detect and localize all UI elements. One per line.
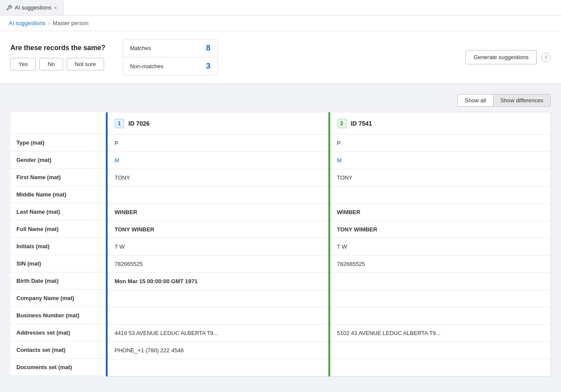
label-cell: Middle Name (mat) bbox=[10, 186, 105, 203]
matches-label: Matches bbox=[130, 45, 151, 51]
record1-cell: WINBER bbox=[108, 204, 328, 221]
matches-row: Matches 8 bbox=[123, 39, 217, 57]
label-column: Type (mat)Gender (mat)First Name (mat)Mi… bbox=[10, 112, 105, 376]
record2-cell bbox=[330, 273, 551, 290]
record2-cell: TONY bbox=[330, 169, 551, 187]
record2-cell bbox=[330, 359, 551, 376]
record1-id: ID 7026 bbox=[128, 120, 150, 127]
info-icon[interactable]: i bbox=[541, 53, 551, 62]
record2-cells: PMTONYWIMBERTONY WIMBERT W7826655255102 … bbox=[330, 135, 551, 376]
label-cell: SIN (mat) bbox=[10, 255, 105, 272]
record1-cell: 4419 53 AVENUE LEDUC ALBERTA T9... bbox=[108, 325, 328, 342]
question-text: Are these records the same? bbox=[10, 44, 105, 52]
tool-icon bbox=[6, 5, 12, 11]
show-differences-button[interactable]: Show differences bbox=[494, 94, 551, 107]
record1-badge: 1 bbox=[115, 119, 124, 128]
show-all-button[interactable]: Show all bbox=[457, 94, 493, 107]
label-cell: Addresses set (mat) bbox=[10, 324, 105, 341]
record1-cell: TONY WINBER bbox=[108, 221, 328, 238]
record1-header: 1 ID 7026 bbox=[108, 112, 328, 135]
record2-cell: P bbox=[330, 135, 551, 152]
record2-id: ID 7541 bbox=[351, 120, 372, 127]
record2-header: 2 ID 7541 bbox=[330, 112, 551, 135]
no-button[interactable]: No bbox=[39, 58, 63, 70]
record2-cell: M bbox=[330, 152, 551, 169]
record1-cell: Mon Mar 15 00:00:00 GMT 1971 bbox=[108, 273, 328, 290]
record2-cell: 782665525 bbox=[330, 256, 551, 273]
record1-cell: T W bbox=[108, 238, 328, 256]
label-cell: First Name (mat) bbox=[10, 169, 105, 186]
record2-cell bbox=[330, 307, 551, 325]
label-cell: Contacts set (mat) bbox=[10, 341, 105, 359]
label-cell: Company Name (mat) bbox=[10, 290, 105, 307]
nonmatches-label: Non-matches bbox=[130, 63, 163, 70]
record2-column: 2 ID 7541 PMTONYWIMBERTONY WIMBERT W7826… bbox=[328, 112, 551, 376]
toggle-bar: Show all Show differences bbox=[10, 94, 551, 107]
tab-ai-suggestions[interactable]: AI suggestions × bbox=[0, 0, 64, 15]
header-section: Are these records the same? Yes No Not s… bbox=[0, 31, 561, 84]
record2-cell bbox=[330, 290, 551, 307]
answer-buttons: Yes No Not sure bbox=[10, 58, 105, 70]
nonmatches-row: Non-matches 3 bbox=[123, 57, 217, 75]
record2-cell bbox=[330, 187, 551, 204]
record1-cell: TONY bbox=[108, 169, 328, 187]
comparison-table: Type (mat)Gender (mat)First Name (mat)Mi… bbox=[105, 112, 551, 377]
record1-cell bbox=[108, 290, 328, 307]
label-cell: Documents set (mat) bbox=[10, 359, 105, 376]
label-header bbox=[10, 112, 105, 134]
record2-cell bbox=[330, 342, 551, 359]
tab-label: AI suggestions bbox=[15, 4, 51, 11]
record2-cell: 5102 43 AVENUE LEDUC ALBERTA T9... bbox=[330, 325, 551, 342]
label-cell: Initials (mat) bbox=[10, 238, 105, 255]
record2-badge: 2 bbox=[337, 119, 347, 128]
question-block: Are these records the same? Yes No Not s… bbox=[10, 44, 105, 70]
tab-bar: AI suggestions × bbox=[0, 0, 561, 16]
generate-suggestions-button[interactable]: Generate suggestions bbox=[465, 50, 537, 64]
yes-button[interactable]: Yes bbox=[10, 58, 36, 70]
record1-cell bbox=[108, 187, 328, 204]
label-cell: Type (mat) bbox=[10, 134, 105, 152]
breadcrumb-separator: › bbox=[48, 20, 50, 26]
close-icon[interactable]: × bbox=[54, 5, 57, 10]
breadcrumb: AI suggestions › Master person bbox=[0, 16, 561, 31]
record1-cell: 782665525 bbox=[108, 256, 328, 273]
not-sure-button[interactable]: Not sure bbox=[67, 58, 104, 70]
stats-block: Matches 8 Non-matches 3 bbox=[123, 39, 218, 76]
label-cell: Last Name (mat) bbox=[10, 203, 105, 221]
data-columns: 1 ID 7026 PMTONYWINBERTONY WINBERT W7826… bbox=[105, 112, 551, 377]
record1-cell bbox=[108, 359, 328, 376]
label-cell: Business Number (mat) bbox=[10, 307, 105, 324]
record1-cells: PMTONYWINBERTONY WINBERT W782665525Mon M… bbox=[108, 135, 328, 376]
nonmatches-value: 3 bbox=[206, 62, 210, 71]
main-content: Show all Show differences Type (mat)Gend… bbox=[0, 84, 561, 392]
record2-cell: T W bbox=[330, 238, 551, 256]
record1-cell: PHONE_+1 (780) 222 4548 bbox=[108, 342, 328, 359]
matches-value: 8 bbox=[206, 44, 210, 53]
breadcrumb-ai-suggestions[interactable]: AI suggestions bbox=[9, 20, 45, 26]
generate-block: Generate suggestions i bbox=[465, 50, 551, 64]
label-cells: Type (mat)Gender (mat)First Name (mat)Mi… bbox=[10, 134, 105, 376]
record2-cell: WIMBER bbox=[330, 204, 551, 221]
record1-column: 1 ID 7026 PMTONYWINBERTONY WINBERT W7826… bbox=[106, 112, 328, 376]
record1-cell: P bbox=[108, 135, 328, 152]
label-cell: Gender (mat) bbox=[10, 152, 105, 169]
label-cell: Full Name (mat) bbox=[10, 221, 105, 238]
breadcrumb-master-person: Master person bbox=[53, 20, 89, 26]
label-cell: Birth Date (mat) bbox=[10, 272, 105, 290]
record2-cell: TONY WIMBER bbox=[330, 221, 551, 238]
record1-cell: M bbox=[108, 152, 328, 169]
record1-cell bbox=[108, 307, 328, 325]
